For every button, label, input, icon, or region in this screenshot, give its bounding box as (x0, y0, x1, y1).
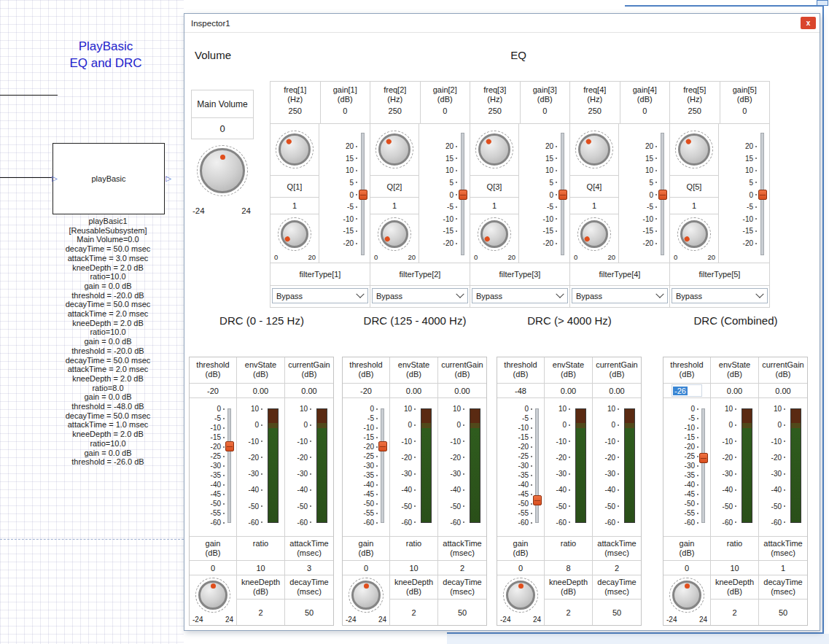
gain-header: gain[1] (dB) 0 (321, 82, 370, 123)
knob-face (578, 133, 610, 166)
window-chrome-strip (184, 0, 829, 13)
dialog-titlebar[interactable]: Inspector1 x (184, 14, 820, 33)
chevron-down-icon (556, 290, 564, 298)
threshold-value[interactable]: -26 (663, 384, 711, 398)
meter-bar (470, 408, 480, 523)
decaytime-value[interactable]: 50 (285, 600, 333, 625)
close-button[interactable]: x (801, 17, 816, 29)
freq-knob[interactable] (475, 131, 513, 168)
threshold-slider[interactable]: 0-5-10-15-20-25-30-35-40-45-50-55-60 (190, 398, 237, 537)
gain-value[interactable]: 0 (321, 106, 370, 116)
threshold-value[interactable]: -20 (190, 384, 237, 398)
gain-thumb[interactable] (359, 190, 367, 200)
decaytime-value[interactable]: 50 (438, 600, 486, 625)
decaytime-value[interactable]: 50 (759, 600, 807, 625)
threshold-value[interactable]: -20 (343, 384, 390, 398)
ratio-value[interactable]: 10 (390, 561, 438, 575)
freq-value[interactable]: 250 (370, 106, 420, 116)
freq-label: freq[5] (670, 85, 720, 95)
subsystem-block[interactable]: ▷ playBasic ▷ (52, 143, 165, 214)
q-value[interactable]: 1 (370, 198, 419, 214)
threshold-thumb[interactable] (378, 441, 387, 451)
kneedepth-value[interactable]: 2 (711, 600, 758, 625)
q-min-label: 0 (574, 253, 577, 261)
gain-slider[interactable]: 20151050-5-10-15-20 (619, 124, 669, 263)
freq-knob[interactable] (675, 131, 713, 168)
decaytime-value[interactable]: 50 (593, 600, 641, 625)
freq-value[interactable]: 250 (271, 106, 320, 116)
kneedepth-value[interactable]: 2 (237, 600, 284, 625)
ratio-value[interactable]: 10 (711, 561, 759, 575)
filter-type-dropdown[interactable]: Bypass (572, 288, 668, 303)
filter-type-dropdown[interactable]: Bypass (272, 288, 368, 303)
q-value[interactable]: 1 (570, 198, 618, 214)
gain-slider[interactable]: 20151050-5-10-15-20 (519, 124, 569, 263)
q-knob[interactable] (677, 217, 711, 251)
gain-knob[interactable] (195, 578, 230, 613)
attacktime-value[interactable]: 2 (438, 561, 486, 575)
gain-value[interactable]: 0 (343, 561, 390, 575)
gain-value[interactable]: 0 (421, 106, 470, 116)
threshold-value[interactable]: -48 (497, 384, 545, 398)
attacktime-value[interactable]: 1 (759, 561, 807, 575)
gain-slider[interactable]: 20151050-5-10-15-20 (319, 124, 370, 263)
threshold-edit-field[interactable]: -26 (672, 385, 701, 396)
freq-knob[interactable] (375, 131, 413, 168)
gain-knob[interactable] (503, 578, 538, 613)
q-label: Q[5] (670, 176, 718, 198)
envstate-header: envState(dB) (711, 357, 759, 384)
q-value[interactable]: 1 (271, 198, 319, 214)
gain-thumb[interactable] (558, 190, 567, 200)
freq-label: freq[2] (370, 85, 420, 95)
gain-value[interactable]: 0 (497, 561, 545, 575)
threshold-thumb[interactable] (699, 453, 708, 463)
gain-slider[interactable]: 20151050-5-10-15-20 (719, 124, 769, 263)
scrollbar-fragment[interactable] (447, 634, 829, 644)
freq-knob[interactable] (575, 131, 613, 168)
gain-slider[interactable]: 20151050-5-10-15-20 (419, 124, 470, 263)
gain-thumb[interactable] (758, 190, 767, 200)
gain-knob[interactable] (349, 578, 384, 613)
filter-type-dropdown[interactable]: Bypass (472, 288, 568, 303)
gain-value[interactable]: 0 (521, 106, 570, 116)
freq-value[interactable]: 250 (670, 106, 720, 116)
gain-value[interactable]: 0 (620, 106, 670, 116)
gain-value[interactable]: 0 (190, 561, 237, 575)
threshold-thumb[interactable] (225, 441, 234, 451)
threshold-slider[interactable]: 0-5-10-15-20-25-30-35-40-45-50-55-60 (343, 398, 390, 537)
threshold-slider[interactable]: 0-5-10-15-20-25-30-35-40-45-50-55-60 (497, 398, 545, 537)
threshold-slider[interactable]: 0-5-10-15-20-25-30-35-40-45-50-55-60 (663, 398, 711, 537)
meter-scale: 100-10-20-30-40-50-60 (438, 404, 464, 527)
q-value[interactable]: 1 (670, 198, 718, 214)
gain-knob[interactable] (669, 578, 704, 613)
kneedepth-value[interactable]: 2 (545, 600, 592, 625)
freq-value[interactable]: 250 (470, 106, 520, 116)
kneedepth-value[interactable]: 2 (390, 600, 437, 625)
q-knob[interactable] (577, 217, 611, 251)
freq-header: freq[5] (Hz) 250 (670, 82, 720, 123)
q-knob[interactable] (278, 217, 311, 251)
gain-value[interactable]: 0 (663, 561, 711, 575)
gain-thumb[interactable] (658, 190, 667, 200)
ratio-value[interactable]: 10 (237, 561, 285, 575)
gain-unit: (dB) (321, 95, 370, 104)
chevron-down-icon (456, 290, 464, 298)
main-volume-value[interactable]: 0 (192, 118, 253, 139)
gain-thumb[interactable] (459, 190, 467, 200)
filter-type-dropdown[interactable]: Bypass (372, 288, 468, 303)
envstate-meter: 100-10-20-30-40-50-60 (237, 398, 285, 537)
gain-value[interactable]: 0 (720, 106, 770, 116)
q-knob[interactable] (478, 217, 511, 251)
ratio-value[interactable]: 8 (545, 561, 593, 575)
freq-knob[interactable] (276, 131, 314, 168)
q-knob[interactable] (378, 217, 411, 251)
threshold-header: threshold(dB) (343, 357, 390, 384)
threshold-thumb[interactable] (533, 495, 542, 505)
attacktime-value[interactable]: 3 (285, 561, 333, 575)
q-value[interactable]: 1 (470, 198, 518, 214)
freq-unit: (Hz) (470, 95, 520, 104)
freq-value[interactable]: 250 (570, 106, 620, 116)
attacktime-value[interactable]: 2 (593, 561, 641, 575)
main-volume-knob[interactable] (197, 145, 248, 196)
filter-type-dropdown[interactable]: Bypass (672, 288, 768, 303)
